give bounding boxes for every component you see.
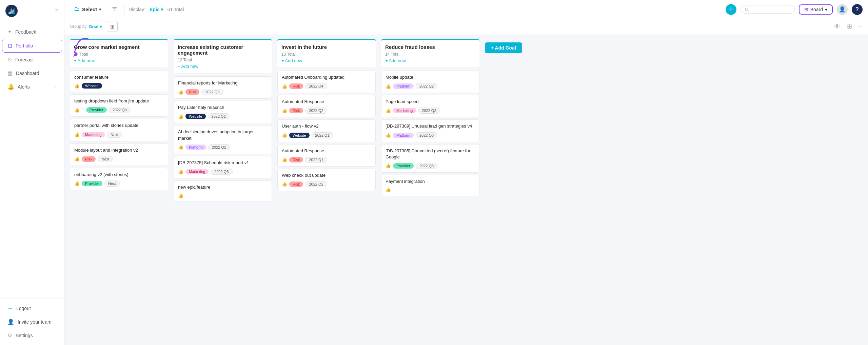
sidebar-item-invite[interactable]: 👤 Invite your team xyxy=(2,315,62,328)
card[interactable]: Pay Later Italy relaunch 👍 Website2022 Q… xyxy=(174,101,272,123)
select-icon: 🗂 xyxy=(74,6,80,13)
column-add-new[interactable]: + Add new xyxy=(175,63,271,71)
like-icon[interactable]: 👍 xyxy=(74,156,80,161)
card[interactable]: onboarding v2 (with stories) 👍 ProviderN… xyxy=(70,168,168,190)
card[interactable]: Mobile update 👍 Platform2022 Q2 xyxy=(381,71,479,93)
column-reduce: Reduce fraud losses 14 Total + Add new M… xyxy=(381,39,479,341)
column-add-new[interactable]: + Add new xyxy=(382,57,478,65)
card[interactable]: Web check out update 👍 Risk2022 Q2 xyxy=(277,169,376,191)
feedback-icon: ✦ xyxy=(7,28,12,35)
board-label: Board xyxy=(810,7,823,12)
like-icon[interactable]: 👍 xyxy=(282,157,287,162)
sidebar-item-dashboard[interactable]: ▦ Dashboard xyxy=(2,66,62,80)
column-increase: Increase existing customer engagement 12… xyxy=(174,39,272,341)
like-icon[interactable]: 👍 xyxy=(386,84,391,89)
card[interactable]: User auth - flow v2 👍 Website2022 Q1 xyxy=(277,119,376,142)
card[interactable]: AI decisioning drives adoption in larger… xyxy=(174,125,272,154)
card-title: Page load speed xyxy=(386,99,475,105)
like-icon[interactable]: 👍 xyxy=(282,181,287,187)
card[interactable]: [DB-297385] Committed (secret) feature f… xyxy=(381,144,479,173)
tag-year: 2022 Q1 xyxy=(312,132,333,138)
like-icon[interactable]: 👍 xyxy=(386,108,391,113)
search-input[interactable] xyxy=(751,7,790,12)
filter-button[interactable] xyxy=(109,5,120,14)
like-icon[interactable]: 👍 xyxy=(74,181,80,186)
card-title: onboarding v2 (with stories) xyxy=(74,172,164,178)
tag-platform: Platform xyxy=(185,145,206,150)
sidebar-item-forecast[interactable]: ⊙ Forecast xyxy=(2,53,62,66)
select-button[interactable]: 🗂 Select ▾ xyxy=(70,4,105,15)
arrow-pointer xyxy=(68,32,95,61)
add-button[interactable]: + xyxy=(726,4,736,15)
display-settings-button[interactable]: ⊞ xyxy=(107,21,118,32)
sidebar-item-logout[interactable]: → Logout xyxy=(2,302,62,315)
card[interactable]: Page load speed 👍 Marketing2022 Q2 xyxy=(381,95,479,117)
tag-year: 2022 Q3 xyxy=(416,163,437,169)
tag-platform: Platform xyxy=(393,133,414,138)
tag-website: Website xyxy=(185,114,206,119)
board-button[interactable]: ⊞ Board ▾ xyxy=(799,4,833,15)
add-goal-button[interactable]: + Add Goal xyxy=(485,42,522,53)
like-icon[interactable]: 👍 xyxy=(386,163,391,168)
chevron-right-icon: › xyxy=(55,84,57,89)
group-by-value[interactable]: Goal ▾ xyxy=(88,24,102,29)
card[interactable]: Automated Response 👍 Risk2022 Q1 xyxy=(277,144,376,167)
total-count: 61 Total xyxy=(167,7,184,12)
more-options-button[interactable]: ··· xyxy=(857,23,863,30)
column-title: Invest in the future xyxy=(279,43,374,51)
sidebar-item-label: Invite your team xyxy=(18,319,52,325)
like-icon[interactable]: 👍 xyxy=(386,133,391,138)
board-icon: ⊞ xyxy=(804,7,808,12)
like-icon[interactable]: 👍 xyxy=(74,132,80,137)
tag-platform: Platform xyxy=(393,83,414,89)
like-icon[interactable]: 👍 xyxy=(178,193,183,198)
eye-view-button[interactable]: 👁 xyxy=(833,22,842,32)
sidebar-item-alerts[interactable]: 🔔 Alerts › xyxy=(2,80,62,93)
subtoolbar: Group by Goal ▾ ⊞ 👁 ⊞ ··· xyxy=(64,19,868,35)
like-icon[interactable]: 👍 xyxy=(282,108,287,113)
chevron-down-icon: ▾ xyxy=(99,7,101,12)
card[interactable]: Automated Onboarding updated 👍 Risk2022 … xyxy=(277,71,376,93)
sidebar-item-feedback[interactable]: ✦ Feedback xyxy=(2,25,62,38)
tag-provider: Provider xyxy=(82,181,102,186)
like-icon[interactable]: 👍 xyxy=(178,145,183,150)
column-title: Increase existing customer engagement xyxy=(175,43,271,57)
card-title: Mobile update xyxy=(386,74,475,80)
main-content: 🗂 Select ▾ Display: Epic ▾ 61 Total + ⊞ … xyxy=(64,0,868,345)
user-avatar-button[interactable]: 👤 xyxy=(837,4,848,15)
like-icon[interactable]: 👍 xyxy=(386,187,391,192)
card-title: User auth - flow v2 xyxy=(282,123,371,129)
card[interactable]: Financial reports for Marketing 👍 Risk20… xyxy=(174,76,272,99)
like-icon[interactable]: 👍 xyxy=(178,169,183,174)
sidebar-item-settings[interactable]: ⚙ Settings xyxy=(2,329,62,342)
card[interactable]: partner portal with stories update 👍 Mar… xyxy=(70,119,168,141)
card[interactable]: consumer feature 👍 Website xyxy=(70,71,168,92)
sidebar-nav: ✦ Feedback ⊡ Portfolio ⊙ Forecast ▦ Dash… xyxy=(0,22,64,299)
like-icon[interactable]: 👍 xyxy=(282,133,287,138)
board-area: Grow core market segment 17 Total + Add … xyxy=(64,35,868,345)
like-icon[interactable]: 👍 xyxy=(178,114,183,119)
column-add-new[interactable]: + Add new xyxy=(279,57,374,65)
card[interactable]: testing dropdown field from jira update … xyxy=(70,94,168,117)
sidebar-collapse-button[interactable]: ≡ xyxy=(55,7,59,15)
sidebar-item-portfolio[interactable]: ⊡ Portfolio xyxy=(2,39,62,53)
like-icon[interactable]: 👍 xyxy=(74,83,80,89)
card[interactable]: new epic/feature 👍 xyxy=(174,180,272,202)
card-title: [DB-297375] Schedule risk report v1 xyxy=(178,160,268,166)
sidebar-bottom: → Logout 👤 Invite your team ⚙ Settings xyxy=(0,299,64,345)
tag-year: 2022 Q2 xyxy=(305,108,327,114)
help-button[interactable]: ? xyxy=(852,4,863,15)
topbar: 🗂 Select ▾ Display: Epic ▾ 61 Total + ⊞ … xyxy=(64,0,868,19)
like-icon[interactable]: 👍 xyxy=(282,84,287,89)
card-title: Automated Response xyxy=(282,148,371,154)
grid-view-button[interactable]: ⊞ xyxy=(846,21,853,32)
like-icon[interactable]: 👍 xyxy=(178,90,183,95)
card[interactable]: [DB-297389] Unusual lead gen strategies … xyxy=(381,119,479,142)
card[interactable]: Automated Response 👍 Risk2022 Q2 xyxy=(277,95,376,117)
column-grow: Grow core market segment 17 Total + Add … xyxy=(70,39,168,341)
card[interactable]: Payment integration 👍 xyxy=(381,175,479,196)
card[interactable]: Module layout and integration v2 👍 RiskN… xyxy=(70,143,168,166)
epic-filter[interactable]: Epic ▾ xyxy=(150,7,163,12)
card[interactable]: [DB-297375] Schedule risk report v1 👍 Ma… xyxy=(174,156,272,178)
like-icon[interactable]: 👍 xyxy=(74,108,80,113)
